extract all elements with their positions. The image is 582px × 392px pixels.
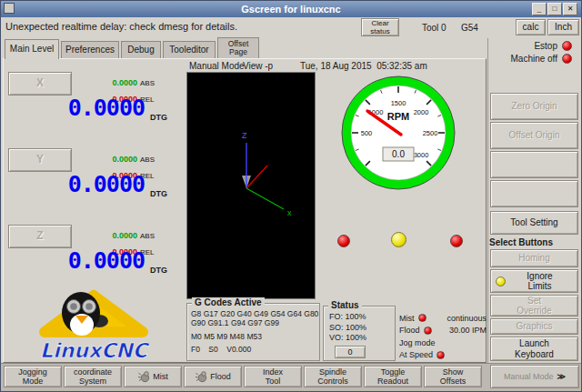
tab-offset-page[interactable]: Offset Page	[217, 37, 259, 58]
clear-status-button[interactable]: Clear status	[361, 18, 399, 36]
mist-button-label: Mist	[153, 372, 168, 381]
window-title: Gscreen for linuxcnc	[1, 4, 581, 15]
abs-label: ABS	[140, 79, 155, 87]
launch-keyboard-label: Launch Keyboard	[507, 338, 562, 359]
blank-button-2[interactable]	[490, 180, 578, 207]
coordinate-system-button[interactable]: coordinate System	[64, 366, 122, 387]
jog-increment-spinbox[interactable]: 0	[335, 346, 366, 358]
abs-label: ABS	[140, 156, 155, 164]
mist-led	[418, 314, 426, 322]
gcodes-title: G Codes Active	[192, 297, 265, 307]
axis-y-button[interactable]: Y	[8, 148, 72, 172]
estop-led	[562, 41, 572, 51]
titlebar[interactable]: Gscreen for linuxcnc _ □ ✕	[1, 1, 581, 17]
at-speed-led	[436, 351, 445, 359]
gauge-title: RPM	[387, 111, 409, 122]
z-axis-label: Z	[242, 131, 247, 140]
flood-icon	[195, 370, 207, 383]
jogging-mode-label: Jogging Mode	[13, 367, 53, 387]
coolant-status: Mist continuous Flood 30.00 IPM Jog mode…	[399, 312, 487, 361]
jog-mode-value: continuous	[447, 314, 487, 323]
set-override-label: Set Override	[512, 296, 557, 317]
tab-preferences[interactable]: Preferences	[61, 41, 119, 58]
axis-x-button[interactable]: X	[8, 72, 72, 95]
tool-setting-button[interactable]: Tool Setting	[490, 211, 578, 235]
blank-button-1[interactable]	[490, 151, 578, 178]
gcode-line: G90 G91.1 G94 G97 G99	[191, 319, 316, 328]
flood-button[interactable]: Flood	[184, 366, 242, 387]
mcode-line: M0 M5 M9 M48 M53	[191, 333, 316, 342]
status-title: Status	[328, 300, 362, 310]
abs-value: 0.0000	[90, 231, 137, 240]
dtg-value: 0.0000	[6, 171, 145, 197]
set-override-button[interactable]: Set Override	[490, 295, 578, 317]
coord-system-label: G54	[461, 23, 478, 33]
jog-rate-value: 30.00 IPM	[449, 326, 487, 335]
manual-mode-label: Manual Mode	[504, 372, 554, 381]
gauge-tick-label: 2000	[414, 108, 429, 116]
axis-letter: Y	[36, 154, 44, 166]
tab-tooleditor[interactable]: Tooleditor	[163, 41, 216, 58]
gauge-tick-label: 3000	[414, 151, 429, 159]
zero-origin-button[interactable]: Zero Origin	[490, 93, 578, 120]
status-message: Unexpected realtime delay: check dmesg f…	[5, 21, 237, 32]
abs-label: ABS	[140, 232, 155, 240]
manual-mode-button[interactable]: Manual Mode ≫	[490, 365, 579, 388]
datetime-label: Tue, 18 Aug 2015 05:32:35 am	[300, 61, 427, 71]
jogging-mode-button[interactable]: Jogging Mode	[4, 366, 62, 387]
gauge-tick-label: 2500	[423, 129, 438, 137]
coordinate-system-label: coordinate System	[69, 367, 116, 387]
dtg-label: DTG	[150, 189, 167, 198]
gauge-value: 0.0	[392, 149, 405, 159]
launch-keyboard-button[interactable]: Launch Keyboard	[490, 337, 578, 361]
graphics-button[interactable]: Graphics	[490, 318, 578, 335]
flood-button-label: Flood	[210, 372, 231, 381]
show-offsets-label: Show Offsets	[435, 367, 471, 387]
axis-z-button[interactable]: Z	[8, 225, 72, 248]
dro-axis-x: X 0.0000ABS 0.0000REL 0.0000 DTG	[3, 70, 185, 146]
tool-number-label: Tool 0	[422, 23, 447, 33]
tab-label: Tooleditor	[169, 45, 208, 55]
index-tool-button[interactable]: Index Tool	[244, 366, 302, 387]
gcodes-frame: G Codes Active G8 G17 G20 G40 G49 G54 G6…	[186, 303, 320, 361]
status-led-left	[337, 235, 350, 247]
feed-override-value: FO: 100%	[329, 312, 395, 323]
maximize-button[interactable]: □	[547, 3, 562, 15]
axis-letter: X	[36, 77, 44, 90]
toggle-readout-button[interactable]: Toggle Readout	[364, 366, 422, 387]
close-button[interactable]: ✕	[563, 3, 577, 15]
index-tool-label: Index Tool	[256, 367, 289, 387]
machine-off-led	[562, 54, 572, 64]
x-axis-label: x	[287, 208, 292, 217]
spindle-controls-label: Spindle Controls	[313, 367, 353, 387]
tab-label: Main Level	[10, 45, 54, 55]
abs-value: 0.0000	[90, 78, 137, 87]
dro-axis-y: Y 0.0000ABS 0.0000REL 0.0000 DTG	[3, 146, 185, 223]
gremlin-3d-view[interactable]: Z x	[186, 72, 316, 299]
right-panel-divider	[487, 38, 488, 363]
homing-button[interactable]: Homing	[490, 249, 578, 267]
toggle-readout-label: Toggle Readout	[373, 367, 413, 387]
status-frame: Status FO: 100% SO: 100% VO: 100% 0	[323, 306, 396, 361]
calc-button[interactable]: calc	[516, 19, 546, 35]
minimize-button[interactable]: _	[532, 3, 547, 15]
mist-icon	[137, 370, 150, 383]
tab-label: Debug	[127, 45, 154, 55]
show-offsets-button[interactable]: Show Offsets	[424, 366, 482, 387]
gauge-tick-label: 500	[361, 129, 373, 137]
flood-row: Flood 30.00 IPM	[399, 325, 487, 337]
units-button[interactable]: Inch	[547, 19, 579, 35]
offset-origin-button[interactable]: Offset Origin	[490, 122, 578, 149]
at-speed-row: At Speed	[399, 349, 487, 362]
tab-main-level[interactable]: Main Level	[5, 39, 59, 59]
jog-mode-row: Jog mode	[399, 337, 487, 349]
ignore-limits-button[interactable]: Ignore Limits	[490, 269, 578, 293]
estop-label: Estop	[488, 41, 557, 51]
fsv-line: F0 S0 V0.000	[191, 346, 316, 355]
tab-label: Preferences	[65, 45, 115, 55]
spindle-controls-button[interactable]: Spindle Controls	[304, 366, 362, 387]
tab-debug[interactable]: Debug	[121, 41, 161, 58]
mist-button[interactable]: Mist	[124, 366, 182, 387]
select-buttons-label: Select Buttons	[489, 237, 553, 247]
logo-text: LinuxCNC	[40, 339, 150, 362]
